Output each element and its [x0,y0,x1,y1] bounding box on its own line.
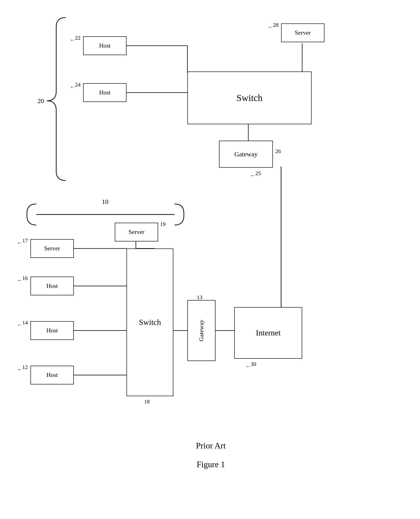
label-30: 30 [251,361,256,367]
arrow-14: ← [17,322,22,328]
box-switch18: Switch [127,248,173,396]
label-19: 19 [160,221,166,227]
label-16: 16 [22,275,28,281]
label-26: 26 [275,148,281,154]
arrow-25: ← [250,173,255,179]
box-internet: Internet [234,307,302,359]
label-17: 17 [22,237,28,244]
label-20: 20 [38,97,44,105]
arrow-16: ← [17,277,22,283]
box-switch-top: Switch [188,71,312,124]
box-server28: Server [281,23,324,42]
box-host22: Host [83,36,127,55]
caption-figure1: Figure 1 [152,459,269,469]
box-host14: Host [30,321,74,340]
box-gateway13: Gateway [188,300,216,361]
arrow-30: ← [246,363,251,369]
arrow-28: ← [268,24,273,30]
label-13: 13 [197,294,202,300]
box-host16: Host [30,277,74,295]
label-10: 10 [102,198,108,206]
arrow-24: ← [70,84,75,90]
label-14: 14 [22,320,28,326]
label-18: 18 [144,398,150,405]
label-25: 25 [255,170,261,176]
box-gateway-top: Gateway [219,141,273,168]
box-server19: Server [115,223,158,241]
arrow-22: ← [70,37,75,43]
arrow-17: ← [17,240,22,246]
label-22: 22 [75,35,81,41]
caption-prior-art: Prior Art [152,441,269,450]
label-24: 24 [75,82,81,88]
arrow-12: ← [17,366,22,373]
label-12: 12 [22,364,28,370]
label-28: 28 [273,22,278,28]
box-host24: Host [83,83,127,102]
diagram-container: 20 Host 22 ← Host 24 ← Switch Server 28 … [0,0,420,519]
box-host12: Host [30,366,74,384]
box-server17: Server [30,239,74,258]
